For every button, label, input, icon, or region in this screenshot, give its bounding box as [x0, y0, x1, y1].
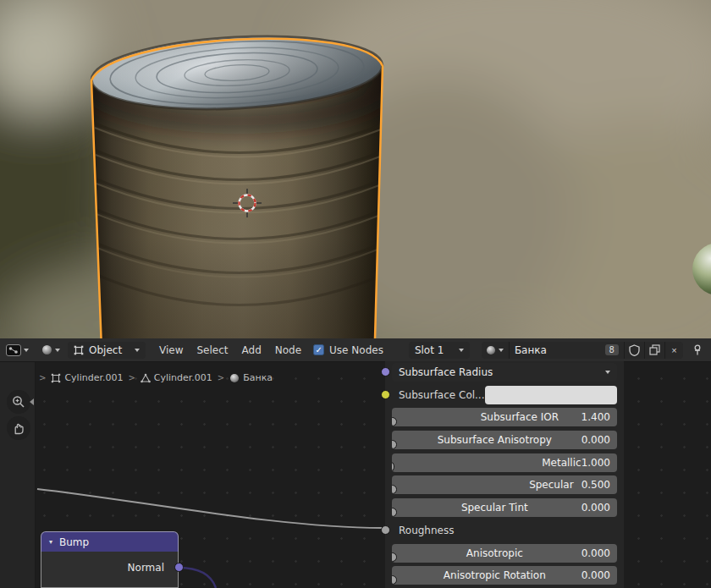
browse-material-button[interactable] [482, 342, 509, 359]
slider-anisotropic[interactable]: Anisotropic 0.000 [392, 544, 617, 563]
object-icon [74, 345, 84, 355]
material-name-field[interactable]: Банка 8 [509, 342, 624, 359]
wire-bump-normal [179, 568, 216, 588]
chevron-down-icon [605, 371, 610, 374]
unlink-material-button[interactable]: × [664, 342, 683, 359]
viewport-scene [0, 0, 711, 338]
check-icon: ✓ [315, 346, 322, 354]
slider-label: Specular Tint [461, 502, 528, 514]
fake-user-button[interactable] [624, 342, 644, 359]
slider-label: Subsurface IOR [481, 411, 559, 423]
subsurface-radius-dropdown[interactable]: Subsurface Radius [392, 363, 617, 382]
material-icon [229, 373, 240, 383]
subsurface-color-swatch[interactable] [485, 386, 617, 404]
slider-value: 0.000 [581, 547, 610, 559]
breadcrumb-material[interactable]: Банка [229, 372, 273, 383]
breadcrumb-object-label: Cylinder.001 [64, 372, 123, 383]
shader-node-editor[interactable]: > Cylinder.001 > Cylinder.001 > Банка [0, 362, 711, 588]
menu-add[interactable]: Add [235, 344, 268, 356]
socket-roughness[interactable] [381, 525, 390, 535]
hand-icon [13, 421, 25, 435]
breadcrumb-separator: > [39, 373, 46, 382]
header-menus: View Select Add Node [152, 344, 308, 356]
bump-node-header[interactable]: ▾ Bump [41, 531, 179, 552]
material-users-count[interactable]: 8 [605, 344, 619, 355]
material-name: Банка [515, 344, 600, 356]
close-icon: × [671, 345, 676, 355]
slider-value: 1.400 [581, 411, 610, 423]
roughness-label: Roughness [392, 525, 454, 536]
slider-label: Subsurface Anisotropy [438, 434, 552, 446]
breadcrumb-object[interactable]: Cylinder.001 [51, 372, 123, 383]
chevron-down-icon [499, 349, 504, 352]
use-nodes-label: Use Nodes [329, 344, 383, 356]
slider-value: 0.000 [581, 569, 610, 581]
object-mode-label: Object [89, 344, 122, 356]
menu-view[interactable]: View [152, 344, 190, 356]
slider-subsurface-ior[interactable]: Subsurface IOR 1.400 [392, 408, 617, 426]
socket-anisotropic[interactable] [392, 552, 397, 562]
object-mode-dropdown[interactable]: Object [68, 342, 146, 359]
use-nodes-checkbox[interactable]: ✓ Use Nodes [313, 344, 383, 356]
socket-metallic[interactable] [392, 462, 394, 471]
slider-subsurface-anisotropy[interactable]: Subsurface Anisotropy 0.000 [392, 431, 617, 449]
slider-label: Specular [529, 479, 573, 491]
slider-specular[interactable]: Specular 0.500 [392, 475, 617, 494]
bump-node-title: Bump [59, 536, 89, 548]
breadcrumb-mesh-label: Cylinder.001 [154, 372, 212, 383]
principled-bsdf-node[interactable]: Subsurface Radius Subsurface Col... Subs… [385, 361, 624, 588]
sphere-icon [41, 344, 52, 355]
chevron-down-icon [459, 349, 464, 352]
slider-label: Metallic [542, 457, 581, 469]
breadcrumb-mesh-data[interactable]: Cylinder.001 [141, 372, 212, 383]
subsurface-color-row: Subsurface Col... [392, 386, 617, 404]
magnifier-icon [12, 395, 25, 409]
roughness-connected-input: Roughness [392, 521, 617, 540]
shader-editor-header: Object View Select Add Node ✓ Use Nodes … [0, 338, 711, 362]
normal-output-row: Normal [41, 559, 178, 576]
socket-subsurface-ior[interactable] [392, 417, 397, 426]
socket-subsurface-radius[interactable] [381, 367, 390, 376]
menu-node[interactable]: Node [268, 344, 308, 356]
slider-value: 0.000 [581, 434, 610, 446]
breadcrumb-separator: > [218, 373, 224, 382]
zoom-gizmo-button[interactable] [7, 390, 30, 414]
slot-dropdown[interactable]: Slot 1 [409, 342, 470, 359]
slider-anisotropic-rotation[interactable]: Anisotropic Rotation 0.000 [392, 566, 617, 585]
slider-label: Anisotropic [466, 547, 523, 559]
region-collapse-icon[interactable] [30, 398, 34, 405]
slider-value: 0.000 [581, 502, 610, 514]
viewport-3d[interactable] [0, 0, 711, 338]
bump-node-body: Normal [41, 552, 179, 588]
socket-bump-normal-output[interactable] [174, 563, 184, 572]
breadcrumb-material-label: Банка [243, 372, 273, 383]
slot-label: Slot 1 [415, 344, 444, 356]
socket-specular-tint[interactable] [392, 508, 397, 517]
slider-metallic[interactable]: Metallic 1.000 [392, 453, 617, 472]
mesh-data-icon [141, 373, 151, 383]
material-selector: Банка 8 × [482, 342, 683, 359]
shader-type-dropdown[interactable] [41, 344, 60, 355]
slider-label: Anisotropic Rotation [444, 569, 546, 581]
slider-specular-tint[interactable]: Specular Tint 0.000 [392, 498, 617, 517]
bump-node[interactable]: ▾ Bump Normal [41, 531, 179, 588]
socket-subsurface-color[interactable] [381, 390, 390, 399]
new-material-button[interactable] [644, 342, 664, 359]
normal-output-label: Normal [128, 562, 164, 574]
material-sphere-icon [486, 345, 496, 355]
socket-subsurface-anisotropy[interactable] [392, 440, 397, 449]
socket-specular[interactable] [392, 485, 397, 494]
chevron-down-icon [24, 349, 29, 352]
wire-roughness [37, 489, 382, 528]
collapse-icon[interactable]: ▾ [49, 538, 52, 546]
slider-value: 1.000 [581, 457, 610, 469]
pin-icon [692, 344, 703, 356]
socket-anisotropic-rotation[interactable] [392, 575, 397, 585]
editor-type-dropdown[interactable] [6, 344, 29, 356]
subsurface-color-label: Subsurface Col... [392, 389, 485, 401]
chevron-down-icon [55, 349, 60, 352]
pin-button[interactable] [692, 344, 703, 356]
menu-select[interactable]: Select [190, 344, 234, 356]
checkbox-checked: ✓ [313, 344, 324, 355]
pan-gizmo-button[interactable] [7, 416, 30, 440]
